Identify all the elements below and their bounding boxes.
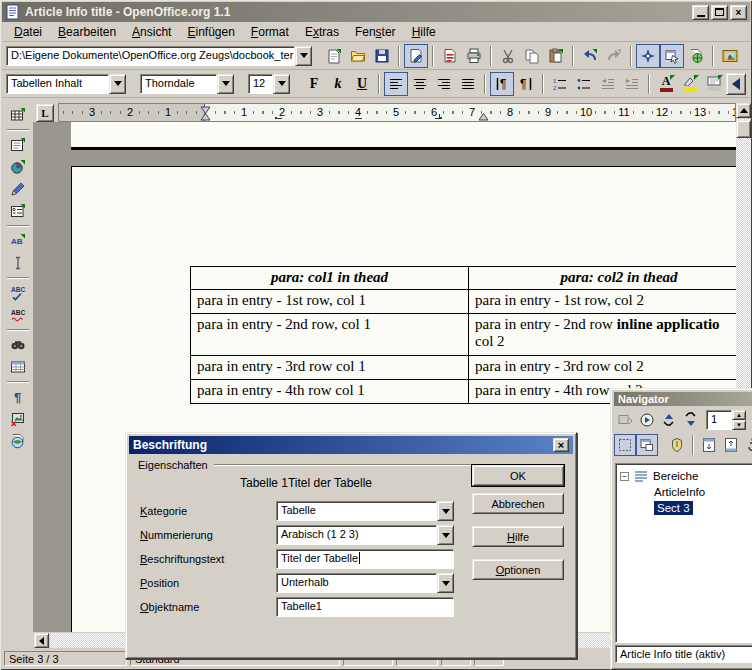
maximize-icon[interactable] bbox=[711, 5, 728, 20]
edit-file-button[interactable] bbox=[404, 44, 428, 68]
font-dropdown-icon[interactable] bbox=[217, 74, 234, 94]
data-sources-button[interactable] bbox=[7, 356, 29, 378]
status-page[interactable]: Seite 3 / 3 bbox=[4, 651, 127, 666]
previous-button[interactable] bbox=[658, 409, 680, 431]
table-cell[interactable]: para in entry - 2nd row inline applicati… bbox=[469, 314, 737, 356]
tab-type-selector[interactable]: L bbox=[36, 104, 54, 122]
horizontal-ruler[interactable]: 3211234567891011121314 bbox=[58, 103, 736, 122]
paragraph-style-combobox[interactable]: Tabellen Inhalt bbox=[6, 74, 126, 94]
font-size-value[interactable]: 12 bbox=[248, 74, 273, 94]
graphics-toggle-button[interactable] bbox=[7, 408, 29, 430]
table-cell[interactable]: para in entry - 3rd row col 1 bbox=[191, 356, 469, 380]
font-size-combobox[interactable]: 12 bbox=[248, 74, 290, 94]
url-combobox[interactable]: D:\Eigene Dokumente\OpenOffice.org Zeugs… bbox=[6, 46, 312, 66]
online-layout-button[interactable] bbox=[7, 430, 29, 452]
set-reminder-button[interactable] bbox=[666, 434, 688, 456]
scroll-up-icon[interactable] bbox=[736, 103, 751, 118]
cancel-button[interactable]: Abbrechen bbox=[472, 493, 564, 514]
menu-fenster[interactable]: Fenster bbox=[347, 23, 404, 41]
direct-cursor-button[interactable] bbox=[7, 252, 29, 274]
background-color-button[interactable] bbox=[702, 72, 726, 96]
hyperlink-dialog-button[interactable] bbox=[684, 44, 708, 68]
draw-functions-button[interactable] bbox=[7, 178, 29, 200]
export-pdf-button[interactable] bbox=[438, 44, 462, 68]
right-indent-marker[interactable] bbox=[478, 105, 489, 122]
table-header-cell[interactable]: para: col1 in thead bbox=[191, 267, 469, 290]
page-number-spinner[interactable]: 1 ▲▼ bbox=[706, 410, 746, 430]
print-button[interactable] bbox=[462, 44, 486, 68]
insert-object-button[interactable] bbox=[7, 156, 29, 178]
align-left-button[interactable] bbox=[384, 72, 408, 96]
navigator-content-tree[interactable]: − Bereiche ArticleInfo Sect 3 bbox=[615, 463, 752, 643]
content-view-button[interactable] bbox=[614, 434, 636, 456]
highlighting-button[interactable] bbox=[678, 72, 702, 96]
spin-up-icon[interactable]: ▲ bbox=[732, 410, 746, 420]
font-color-button[interactable]: A bbox=[654, 72, 678, 96]
indent-marker[interactable] bbox=[200, 105, 211, 122]
auto-spellcheck-button[interactable]: ABC bbox=[7, 304, 29, 326]
category-dropdown-icon[interactable] bbox=[437, 501, 454, 521]
footer-button[interactable] bbox=[720, 434, 742, 456]
document-selector[interactable]: Article Info title (aktiv) bbox=[615, 645, 752, 663]
subdocument-view-button[interactable] bbox=[636, 434, 658, 456]
category-combobox[interactable]: Tabelle bbox=[276, 501, 454, 521]
toggle-button[interactable] bbox=[614, 409, 636, 431]
redo-button[interactable] bbox=[602, 44, 626, 68]
numbering-value[interactable]: Arabisch (1 2 3) bbox=[276, 525, 437, 545]
table-cell[interactable]: para in entry - 1st row, col 1 bbox=[191, 290, 469, 314]
table-cell[interactable]: para in entry - 1st row, col 2 bbox=[469, 290, 737, 314]
insert-frame-button[interactable] bbox=[7, 134, 29, 156]
increase-indent-button[interactable] bbox=[620, 72, 644, 96]
document-table[interactable]: para: col1 in thead para: col2 in thead … bbox=[190, 266, 736, 404]
table-cell[interactable]: para in entry - 2nd row, col 1 bbox=[191, 314, 469, 356]
numbering-combobox[interactable]: Arabisch (1 2 3) bbox=[276, 525, 454, 545]
menu-format[interactable]: Format bbox=[243, 23, 297, 41]
bold-button[interactable]: F bbox=[302, 72, 326, 96]
vertical-scroll-thumb[interactable] bbox=[736, 120, 751, 138]
size-dropdown-icon[interactable] bbox=[273, 74, 290, 94]
navigation-button[interactable] bbox=[636, 409, 658, 431]
url-value[interactable]: D:\Eigene Dokumente\OpenOffice.org Zeugs… bbox=[6, 46, 295, 66]
position-combobox[interactable]: Unterhalb bbox=[276, 573, 454, 593]
next-button[interactable] bbox=[680, 409, 702, 431]
ok-button[interactable]: OK bbox=[472, 465, 564, 486]
tree-item-articleinfo[interactable]: ArticleInfo bbox=[616, 484, 752, 500]
menu-datei[interactable]: Datei bbox=[6, 23, 50, 41]
copy-button[interactable] bbox=[520, 44, 544, 68]
paste-button[interactable] bbox=[544, 44, 568, 68]
position-dropdown-icon[interactable] bbox=[437, 573, 454, 593]
insert-form-button[interactable] bbox=[7, 200, 29, 222]
anchor-text-button[interactable] bbox=[742, 434, 752, 456]
header-button[interactable] bbox=[698, 434, 720, 456]
align-center-button[interactable] bbox=[408, 72, 432, 96]
scroll-left-icon[interactable] bbox=[34, 633, 49, 648]
cut-button[interactable] bbox=[496, 44, 520, 68]
paragraph-style-value[interactable]: Tabellen Inhalt bbox=[6, 74, 109, 94]
page-number-value[interactable]: 1 bbox=[706, 410, 732, 430]
menu-ansicht[interactable]: Ansicht bbox=[124, 23, 179, 41]
numbering-dropdown-icon[interactable] bbox=[437, 525, 454, 545]
align-right-button[interactable] bbox=[432, 72, 456, 96]
options-button[interactable]: Optionen bbox=[472, 559, 564, 580]
nonprinting-characters-button[interactable]: ¶ bbox=[7, 386, 29, 408]
menu-einfgen[interactable]: Einfügen bbox=[179, 23, 242, 41]
text-direction-ltr-button[interactable]: ¶ bbox=[490, 72, 514, 96]
collapse-icon[interactable]: − bbox=[620, 472, 629, 481]
style-dropdown-icon[interactable] bbox=[109, 74, 126, 94]
dialog-title-bar[interactable]: Beschriftung × bbox=[129, 436, 573, 454]
save-button[interactable] bbox=[370, 44, 394, 68]
position-value[interactable]: Unterhalb bbox=[276, 573, 437, 593]
category-value[interactable]: Tabelle bbox=[276, 501, 437, 521]
toolbar-scroll-left-button[interactable] bbox=[726, 73, 746, 95]
page-2-bottom[interactable] bbox=[71, 122, 736, 150]
stylist-button[interactable] bbox=[660, 44, 684, 68]
insert-table-button[interactable] bbox=[7, 104, 29, 126]
text-direction-rtl-button[interactable]: ¶ bbox=[514, 72, 538, 96]
align-justify-button[interactable] bbox=[456, 72, 480, 96]
navigator-title-bar[interactable]: Navigator bbox=[614, 392, 752, 406]
undo-button[interactable] bbox=[578, 44, 602, 68]
insert-fields-button[interactable]: AB bbox=[7, 230, 29, 252]
url-dropdown-icon[interactable] bbox=[295, 46, 312, 66]
menu-extras[interactable]: Extras bbox=[297, 23, 347, 41]
gallery-button[interactable] bbox=[718, 44, 742, 68]
